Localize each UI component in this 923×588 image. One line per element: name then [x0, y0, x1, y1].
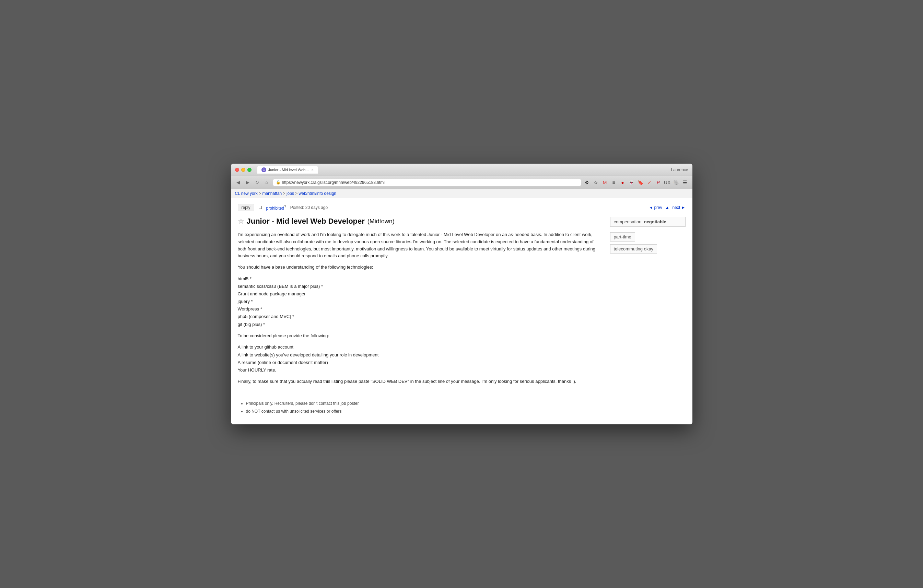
- evernote-icon[interactable]: 🐘: [673, 179, 680, 186]
- post-date: Posted: 20 days ago: [290, 205, 328, 210]
- url-domain: newyork.craigslist.org: [294, 180, 334, 185]
- up-icon[interactable]: ▲: [665, 205, 670, 210]
- tech-item-1: html5 *: [238, 275, 603, 283]
- title-bar: ☮ Junior - Mid level Web Dev × Laurence: [231, 164, 692, 176]
- minimize-button[interactable]: [241, 168, 245, 172]
- tech-item-3: Grunt and node package manager: [238, 290, 603, 298]
- prev-link[interactable]: ◄ prev: [649, 205, 662, 210]
- body-paragraph-2: You should have a base understanding of …: [238, 264, 603, 271]
- footer-item-2: do NOT contact us with unsolicited servi…: [246, 408, 603, 415]
- back-button[interactable]: ◀: [234, 179, 242, 186]
- part-time-tag: part-time: [610, 232, 635, 241]
- post-title-text: Junior - Mid level Web Developer: [247, 217, 365, 226]
- tech-item-2: semantic scss/css3 (BEM is a major plus)…: [238, 283, 603, 290]
- nav-arrows: ◄ prev ▲ next ►: [649, 205, 685, 210]
- gmail-icon[interactable]: M: [601, 179, 609, 186]
- requirements-list: A link to your github account A link to …: [238, 343, 603, 374]
- telecommuting-tag: telecommuting okay: [610, 244, 657, 253]
- post-body: ☆ Junior - Mid level Web Developer (Midt…: [238, 217, 603, 419]
- flag-num: ?: [284, 205, 286, 209]
- manhattan-link[interactable]: manhattan: [262, 191, 282, 196]
- traffic-lights: [235, 168, 251, 172]
- compensation-label: compensation:: [614, 219, 643, 224]
- technologies-list: html5 * semantic scss/css3 (BEM is a maj…: [238, 275, 603, 328]
- url-text: https://newyork.craigslist.org/mnh/web/4…: [282, 180, 385, 185]
- content-layout: ☆ Junior - Mid level Web Developer (Midt…: [238, 217, 686, 419]
- new-york-link[interactable]: new york: [241, 191, 258, 196]
- ssl-icon: 🔒: [276, 180, 281, 185]
- req-item-1: A link to your github account: [238, 343, 603, 351]
- tech-item-4: jquery *: [238, 298, 603, 305]
- sidebar: compensation: negotiable part-time telec…: [610, 217, 686, 419]
- separator-3: >: [283, 191, 286, 196]
- pinterest-icon[interactable]: P: [655, 179, 662, 186]
- compensation-value: negotiable: [644, 219, 666, 224]
- buffer-icon[interactable]: ≡: [610, 179, 618, 186]
- prohibited-link[interactable]: prohibited?: [266, 205, 286, 211]
- req-item-2: A link to website(s) you've developed de…: [238, 351, 603, 359]
- breadcrumb-bar: CL new york > manhattan > jobs > web/htm…: [231, 189, 692, 198]
- req-item-3: A resume (online or document doesn't mat…: [238, 359, 603, 366]
- prohibited-checkbox[interactable]: ☐: [258, 205, 262, 210]
- post-location: (Midtown): [368, 218, 394, 225]
- url-path: /mnh/web/4922965183.html: [334, 180, 384, 185]
- favorite-star-icon[interactable]: ☆: [238, 217, 244, 225]
- close-button[interactable]: [235, 168, 239, 172]
- footer-list: Principals only. Recruiters, please don'…: [246, 400, 603, 415]
- bookmark-star-icon[interactable]: ☆: [592, 179, 600, 186]
- delicious-icon[interactable]: 🔖: [637, 179, 644, 186]
- post-controls: reply ☐ prohibited? Posted: 20 days ago …: [238, 204, 686, 211]
- cl-link[interactable]: CL: [235, 191, 240, 196]
- ux-icon[interactable]: UX: [664, 179, 671, 186]
- address-bar: ◀ ▶ ↻ ⌂ 🔒 https://newyork.craigslist.org…: [231, 176, 692, 189]
- category-link[interactable]: web/html/info design: [299, 191, 336, 196]
- separator-4: >: [295, 191, 299, 196]
- menu-icon[interactable]: ☰: [682, 179, 689, 186]
- body-paragraph-3: To be considered please provide the foll…: [238, 332, 603, 340]
- body-paragraph-4: Finally, to make sure that you actually …: [238, 378, 603, 385]
- footer-item-1: Principals only. Recruiters, please don'…: [246, 400, 603, 407]
- reply-button[interactable]: reply: [238, 204, 254, 211]
- forward-button[interactable]: ▶: [244, 179, 251, 186]
- tab-title: Junior - Mid level Web Dev: [268, 168, 309, 172]
- extensions-icon[interactable]: ⚙: [583, 179, 591, 186]
- user-label: Laurence: [671, 168, 688, 172]
- req-item-4: Your HOURLY rate.: [238, 366, 603, 374]
- active-tab[interactable]: ☮ Junior - Mid level Web Dev ×: [257, 166, 318, 174]
- reload-button[interactable]: ↻: [254, 179, 261, 186]
- jobs-link[interactable]: jobs: [286, 191, 294, 196]
- page-content: reply ☐ prohibited? Posted: 20 days ago …: [231, 198, 692, 424]
- compensation-item: compensation: negotiable: [610, 217, 686, 227]
- tab-close-button[interactable]: ×: [312, 168, 314, 172]
- tech-item-7: git (big plus) *: [238, 321, 603, 328]
- tech-item-6: php5 (composer and MVC) *: [238, 313, 603, 320]
- todoist-icon[interactable]: ✓: [646, 179, 653, 186]
- home-button[interactable]: ⌂: [263, 179, 271, 186]
- tab-favicon: ☮: [261, 168, 266, 172]
- body-paragraph-1: I'm experiencing an overload of work and…: [238, 231, 603, 260]
- url-https: https://: [282, 180, 294, 185]
- browser-window: ☮ Junior - Mid level Web Dev × Laurence …: [231, 164, 692, 424]
- ghostery-icon[interactable]: 👻: [628, 179, 636, 186]
- url-bar[interactable]: 🔒 https://newyork.craigslist.org/mnh/web…: [273, 179, 581, 186]
- tab-bar: ☮ Junior - Mid level Web Dev ×: [257, 166, 668, 174]
- post-text: I'm experiencing an overload of work and…: [238, 231, 603, 415]
- toolbar-icons: ⚙ ☆ M ≡ ● 👻 🔖 ✓ P UX 🐘 ☰: [583, 179, 689, 186]
- separator-2: >: [259, 191, 262, 196]
- lastpass-icon[interactable]: ●: [619, 179, 627, 186]
- post-title: ☆ Junior - Mid level Web Developer (Midt…: [238, 217, 603, 226]
- maximize-button[interactable]: [247, 168, 251, 172]
- tech-item-5: Wordpress *: [238, 305, 603, 313]
- next-link[interactable]: next ►: [673, 205, 686, 210]
